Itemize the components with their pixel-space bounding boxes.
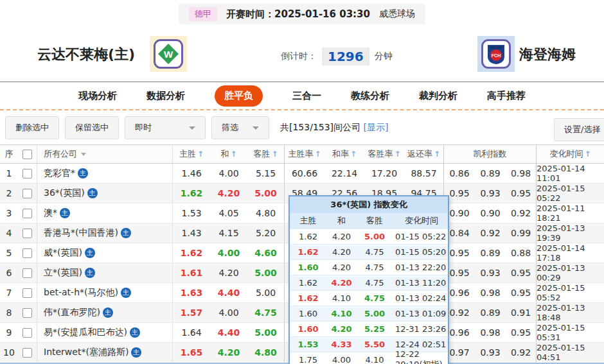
header-home-rate[interactable]: 主胜率↑ bbox=[285, 145, 324, 163]
popup-draw-odds: 4.00 bbox=[326, 355, 357, 364]
header-change-time[interactable]: 变化时间↑ bbox=[537, 145, 604, 163]
kelly-cell: 0.86 bbox=[444, 164, 475, 183]
popup-header-draw: 和 bbox=[326, 215, 357, 227]
header-draw-rate[interactable]: 和率↑ bbox=[324, 145, 364, 163]
row-index: 10 bbox=[0, 343, 18, 362]
company-cell[interactable]: 威*(英国)主 bbox=[37, 243, 173, 263]
company-name: 易*(安提瓜和巴布达) bbox=[44, 327, 127, 338]
company-cell[interactable]: 香港马*(中国香港)主 bbox=[37, 223, 173, 243]
tab-高手推荐[interactable]: 高手推荐 bbox=[487, 90, 526, 102]
header-home-odds[interactable]: 主胜↑ bbox=[173, 145, 210, 163]
draw-odds-cell: 4.00 bbox=[210, 243, 247, 263]
tab-三合一[interactable]: 三合一 bbox=[292, 90, 321, 102]
home-badge-icon: 主 bbox=[85, 248, 95, 258]
sort-up-icon: ↑ bbox=[394, 150, 400, 159]
row-select-cell bbox=[18, 283, 37, 302]
kickoff-time: 开赛时间：2025-01-16 03:30 bbox=[226, 8, 370, 21]
row-index: 2 bbox=[0, 184, 18, 203]
company-cell[interactable]: 伟*(直布罗陀)主 bbox=[37, 303, 173, 322]
popup-home-odds: 1.60 bbox=[290, 309, 326, 318]
away-team-name: 海登海姆 bbox=[519, 45, 576, 64]
popup-draw-odds: 4.20 bbox=[326, 278, 357, 288]
kelly-cell: 0.88 bbox=[506, 243, 537, 263]
werder-bremen-logo-icon: W bbox=[154, 39, 183, 69]
row-checkbox[interactable] bbox=[22, 268, 32, 278]
company-cell[interactable]: Interwet*(塞浦路斯)主 bbox=[37, 343, 173, 362]
away-odds-cell: 5.00 bbox=[247, 323, 285, 342]
draw-odds-cell: 4.40 bbox=[210, 283, 247, 302]
company-cell[interactable]: bet-at-h*(马尔他)主 bbox=[37, 283, 173, 302]
tab-教练分析[interactable]: 教练分析 bbox=[351, 90, 389, 102]
tab-现场分析[interactable]: 现场分析 bbox=[78, 90, 117, 102]
popup-draw-odds: 4.33 bbox=[326, 340, 357, 349]
row-checkbox[interactable] bbox=[22, 248, 32, 258]
company-name: 伟*(直布罗陀) bbox=[44, 307, 100, 318]
row-select-cell bbox=[18, 303, 37, 322]
kelly-cell: 0.92 bbox=[506, 343, 537, 362]
row-index: 3 bbox=[0, 204, 18, 223]
header-away-rate[interactable]: 客胜率↑ bbox=[364, 145, 404, 163]
live-odds-dropdown[interactable]: 即时 bbox=[125, 116, 206, 139]
row-checkbox[interactable] bbox=[22, 189, 32, 198]
company-cell[interactable]: 澳*主 bbox=[37, 204, 173, 223]
row-checkbox[interactable] bbox=[22, 308, 32, 318]
tab-数据分析[interactable]: 数据分析 bbox=[147, 90, 185, 102]
draw-odds-cell: 4.00 bbox=[210, 164, 247, 183]
row-checkbox[interactable] bbox=[22, 348, 32, 358]
company-cell[interactable]: 易*(安提瓜和巴布达)主 bbox=[37, 323, 173, 342]
row-checkbox[interactable] bbox=[22, 328, 32, 338]
away-odds-cell: 5.15 bbox=[247, 164, 285, 183]
company-cell[interactable]: 竞彩官*主 bbox=[37, 164, 173, 183]
header-draw-odds[interactable]: 和↑ bbox=[210, 145, 247, 163]
popup-header: 主胜 和 客胜 变化时间 bbox=[290, 213, 448, 229]
popup-draw-odds: 4.10 bbox=[326, 293, 357, 303]
settings-button[interactable]: 设置/选择 bbox=[554, 118, 604, 141]
home-odds-cell: 1.46 bbox=[173, 164, 210, 183]
row-select-cell bbox=[18, 263, 37, 282]
change-time-cell: 2025-01-14 11:01 bbox=[537, 164, 604, 183]
tab-胜平负[interactable]: 胜平负 bbox=[215, 85, 263, 107]
keep-selected-button[interactable]: 保留选中 bbox=[65, 116, 119, 139]
popup-home-odds: 1.60 bbox=[290, 324, 326, 334]
header-company[interactable]: 所有公司 bbox=[37, 145, 173, 163]
popup-home-odds: 1.53 bbox=[290, 340, 326, 349]
popup-home-odds: 1.75 bbox=[290, 355, 326, 364]
draw-odds-cell: 4.20 bbox=[210, 343, 247, 362]
draw-rate-cell: 22.14 bbox=[324, 164, 364, 183]
popup-away-odds: 4.75 bbox=[357, 293, 393, 303]
sort-up-icon: ↑ bbox=[314, 150, 321, 159]
company-name: 36*(英国) bbox=[44, 187, 85, 199]
popup-title: 36*(英国) 指数变化 bbox=[290, 196, 448, 213]
header-away-odds[interactable]: 客胜↑ bbox=[247, 145, 285, 163]
home-odds-cell: 1.62 bbox=[173, 184, 210, 203]
company-count-text: 共[153/153]间公司 [显示] bbox=[280, 122, 388, 134]
select-all-checkbox[interactable] bbox=[22, 150, 32, 159]
row-checkbox[interactable] bbox=[22, 169, 32, 178]
popup-away-odds: 4.10 bbox=[357, 355, 393, 364]
popup-away-odds: 5.50 bbox=[357, 340, 393, 349]
away-odds-cell: 5.20 bbox=[247, 223, 285, 243]
popup-draw-odds: 4.20 bbox=[326, 232, 357, 241]
company-cell[interactable]: 立*(英国)主 bbox=[37, 263, 173, 282]
row-select-cell bbox=[18, 184, 37, 203]
company-name: 竞彩官* bbox=[44, 168, 75, 179]
popup-row: 1.604.204.7501-13 22:20 bbox=[290, 259, 448, 275]
header-select-all[interactable] bbox=[18, 145, 37, 163]
row-checkbox[interactable] bbox=[22, 229, 32, 238]
away-odds-cell: 5.00 bbox=[247, 263, 285, 282]
tab-裁判分析[interactable]: 裁判分析 bbox=[419, 90, 457, 102]
change-time-cell: 2025-01-13 19:39 bbox=[537, 223, 604, 243]
row-checkbox[interactable] bbox=[22, 288, 32, 298]
popup-draw-odds: 4.10 bbox=[326, 309, 357, 318]
popup-row: 1.624.204.7501-13 11:20 bbox=[290, 275, 448, 290]
row-select-cell bbox=[18, 323, 37, 342]
row-checkbox[interactable] bbox=[22, 209, 32, 218]
delete-selected-button[interactable]: 删除选中 bbox=[5, 116, 59, 139]
show-link[interactable]: [显示] bbox=[364, 122, 389, 132]
row-index: 5 bbox=[0, 243, 18, 263]
home-odds-cell: 1.53 bbox=[173, 204, 210, 223]
header-return-rate[interactable]: 返还率↑ bbox=[404, 145, 444, 163]
filter-dropdown[interactable]: 筛选 bbox=[211, 116, 269, 139]
company-cell[interactable]: 36*(英国)主 bbox=[37, 184, 173, 203]
countdown-label: 倒计时： bbox=[281, 51, 317, 62]
